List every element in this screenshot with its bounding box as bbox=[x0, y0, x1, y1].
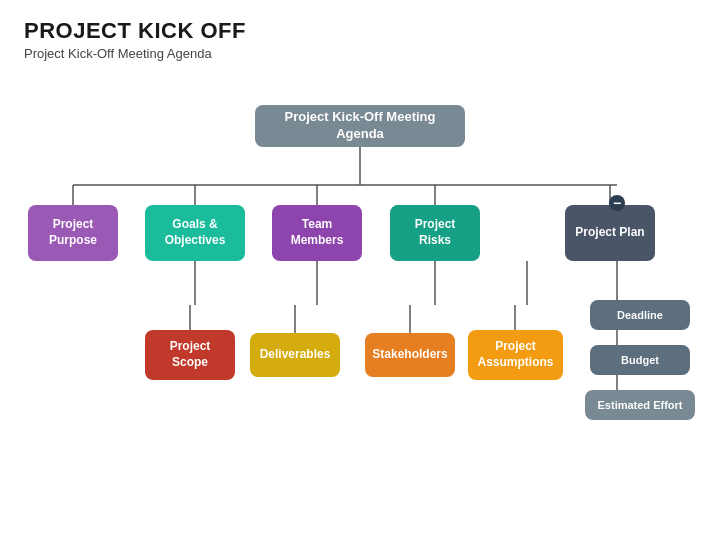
node-risks[interactable]: Project Risks bbox=[390, 205, 480, 261]
node-purpose[interactable]: Project Purpose bbox=[28, 205, 118, 261]
node-deadline[interactable]: Deadline bbox=[590, 300, 690, 330]
node-plan[interactable]: Project Plan bbox=[565, 205, 655, 261]
node-assumptions[interactable]: Project Assumptions bbox=[468, 330, 563, 380]
node-stakeholders[interactable]: Stakeholders bbox=[365, 333, 455, 377]
node-effort[interactable]: Estimated Effort bbox=[585, 390, 695, 420]
node-root: Project Kick-Off Meeting Agenda bbox=[255, 105, 465, 147]
node-budget[interactable]: Budget bbox=[590, 345, 690, 375]
node-scope[interactable]: Project Scope bbox=[145, 330, 235, 380]
page-subtitle: Project Kick-Off Meeting Agenda bbox=[0, 46, 720, 71]
node-deliverables[interactable]: Deliverables bbox=[250, 333, 340, 377]
node-team[interactable]: Team Members bbox=[272, 205, 362, 261]
chart-area: Project Kick-Off Meeting Agenda Project … bbox=[0, 75, 720, 515]
page-title: PROJECT KICK OFF bbox=[0, 0, 720, 46]
node-goals[interactable]: Goals & Objectives bbox=[145, 205, 245, 261]
collapse-button[interactable]: − bbox=[609, 195, 625, 211]
